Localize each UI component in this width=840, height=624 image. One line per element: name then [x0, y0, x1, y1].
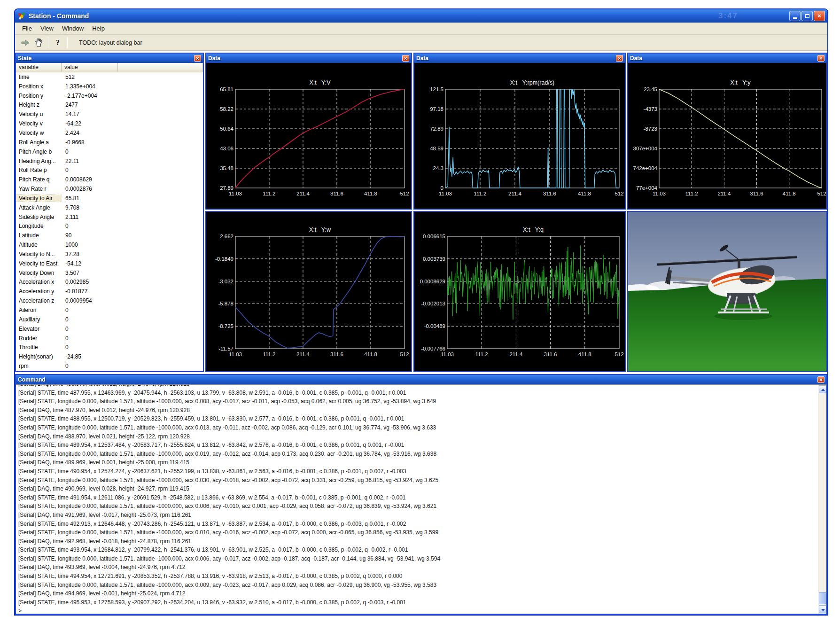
svg-text:0.003739: 0.003739	[423, 256, 445, 262]
state-value: -2.177e+004	[62, 93, 203, 99]
state-variable: rpm	[16, 363, 62, 369]
data-close-button[interactable]: ×	[402, 55, 409, 62]
state-value: 0	[62, 363, 203, 369]
state-value: 0	[62, 326, 203, 332]
pan-hand-button[interactable]	[32, 37, 45, 49]
state-value: 3.507	[62, 270, 203, 276]
state-row[interactable]: Elevator0	[16, 324, 203, 334]
state-value: 0	[62, 307, 203, 313]
state-row[interactable]: Roll Rate p0	[16, 165, 203, 175]
state-row[interactable]: Position y-2.177e+004	[16, 91, 203, 101]
state-row[interactable]: Height z2477	[16, 101, 203, 110]
svg-text:0.0008629: 0.0008629	[420, 279, 445, 284]
help-button[interactable]: ?	[51, 37, 64, 49]
state-row[interactable]: Rudder0	[16, 334, 203, 343]
data-window-titlebar[interactable]: Data ×	[628, 54, 826, 63]
state-row[interactable]: Auxiliary0	[16, 315, 203, 324]
state-row[interactable]: Aileron0	[16, 305, 203, 315]
state-row[interactable]: Sideslip Angle2.111	[16, 212, 203, 222]
state-variable: Velocity to N...	[16, 251, 62, 257]
state-row[interactable]: Throttle0	[16, 343, 203, 352]
menu-view[interactable]: View	[36, 23, 58, 34]
data-close-button[interactable]: ×	[616, 55, 623, 62]
menu-help[interactable]: Help	[88, 23, 109, 34]
log-line: [Serial] DAQ, time 487.970, level 0.012,…	[18, 406, 816, 415]
svg-text:211.4: 211.4	[509, 351, 523, 357]
minimize-button[interactable]	[789, 11, 801, 21]
log-line: [Serial] DAQ, time 490.969, level 0.028,…	[18, 484, 816, 493]
data-window-titlebar[interactable]: Data ×	[414, 54, 625, 63]
state-row[interactable]: Longitude0	[16, 222, 203, 231]
svg-text:111.2: 111.2	[474, 191, 486, 196]
window-titlebar[interactable]: Station - Command 3:47 ×	[15, 9, 827, 23]
state-variable: Position y	[16, 93, 62, 99]
svg-text:11.03: 11.03	[229, 351, 242, 357]
svg-text:311.6: 311.6	[543, 191, 556, 196]
state-row[interactable]: Altitude1000	[16, 240, 203, 250]
scroll-thumb[interactable]	[819, 592, 826, 604]
state-close-button[interactable]: ×	[194, 55, 201, 62]
scroll-up-button[interactable]	[819, 385, 826, 393]
command-scrollbar[interactable]	[818, 385, 826, 614]
state-row[interactable]: Height(sonar)-24.85	[16, 352, 203, 361]
state-row[interactable]: Roll Angle a-0.9668	[16, 138, 203, 147]
state-value: 0	[62, 223, 203, 229]
state-row[interactable]: Pitch Rate q0.0008629	[16, 175, 203, 184]
state-variable: Throttle	[16, 344, 62, 351]
state-value: 0.002985	[62, 279, 203, 285]
state-variable: Pitch Rate q	[16, 176, 62, 183]
column-header-value[interactable]: value	[62, 63, 118, 72]
svg-text:24.3: 24.3	[433, 165, 443, 171]
state-row[interactable]: Attack Angle9.708	[16, 203, 203, 212]
state-row[interactable]: Acceleration x0.002985	[16, 278, 203, 287]
state-variable: Latitude	[16, 232, 62, 239]
data-close-button[interactable]: ×	[817, 55, 824, 62]
state-value: 22.11	[62, 158, 203, 164]
chart-q: 0.0066150.0037390.0008629-0.002013-0.004…	[414, 212, 625, 371]
state-value: 90	[62, 232, 203, 239]
state-row[interactable]: Velocity v-64.22	[16, 119, 203, 128]
state-row[interactable]: Acceleration z0.0009954	[16, 296, 203, 305]
state-row[interactable]: Velocity Down3.507	[16, 268, 203, 278]
state-row[interactable]: time512	[16, 72, 203, 82]
command-console[interactable]: [Serial] DAQ, time 486.970, level 0.012,…	[16, 384, 826, 614]
column-header-variable[interactable]: variable	[16, 63, 62, 72]
forward-arrow-button[interactable]	[19, 37, 32, 49]
svg-text:512: 512	[614, 191, 623, 196]
state-row[interactable]: Position x1.335e+004	[16, 82, 203, 91]
state-row[interactable]: Heading Ang...22.11	[16, 156, 203, 166]
scroll-down-button[interactable]	[819, 605, 826, 613]
svg-text:97.18: 97.18	[430, 106, 443, 112]
state-value: 512	[62, 74, 203, 80]
state-row[interactable]: Latitude90	[16, 231, 203, 240]
state-row[interactable]: Velocity to N...37.28	[16, 250, 203, 259]
state-variable: Longitude	[16, 223, 62, 229]
state-row[interactable]: Velocity to East-54.12	[16, 259, 203, 268]
state-row[interactable]: rpm0	[16, 361, 203, 371]
state-window-titlebar[interactable]: State ×	[16, 54, 203, 63]
log-line: [Serial] STATE, longitude 0.000, latitud…	[18, 502, 816, 511]
state-value: 2477	[62, 101, 203, 108]
state-value: 0.0008629	[62, 176, 203, 183]
state-variable: Velocity Down	[16, 270, 62, 276]
state-row[interactable]: Yaw Rate r0.0002876	[16, 184, 203, 194]
state-value: 14.17	[62, 111, 203, 117]
state-variable: Acceleration y	[16, 288, 62, 295]
command-close-button[interactable]: ×	[817, 376, 824, 383]
state-row[interactable]: Acceleration y-0.01877	[16, 287, 203, 296]
log-line: [Serial] DAQ, time 488.970, level 0.021,…	[18, 432, 816, 441]
state-row[interactable]: Velocity to Air65.81	[16, 194, 203, 203]
menu-window[interactable]: Window	[58, 23, 88, 34]
command-window-titlebar[interactable]: Command ×	[16, 375, 826, 384]
menu-file[interactable]: File	[18, 23, 36, 34]
svg-text:-4373: -4373	[644, 106, 657, 112]
close-button[interactable]: ×	[814, 11, 825, 21]
state-row[interactable]: Velocity w2.424	[16, 128, 203, 138]
state-row[interactable]: Pitch Angle b0	[16, 147, 203, 156]
data-window-titlebar[interactable]: Data ×	[206, 54, 411, 63]
restore-button[interactable]	[801, 11, 813, 21]
state-row[interactable]: Velocity u14.17	[16, 109, 203, 119]
svg-text:X:t Y:V: X:t Y:V	[309, 79, 331, 86]
svg-text:512: 512	[614, 351, 623, 357]
svg-text:411.8: 411.8	[364, 191, 377, 196]
